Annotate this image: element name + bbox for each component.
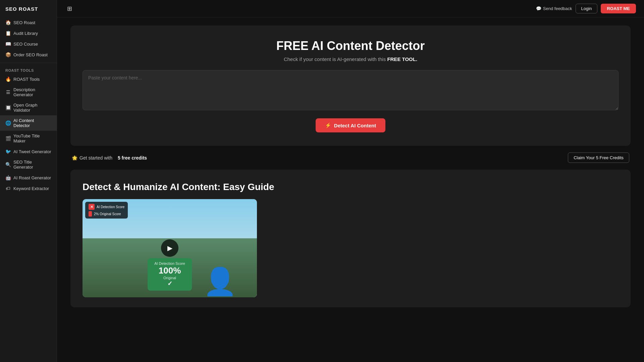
checkmark-icon: ✓: [154, 280, 185, 287]
topbar: ⊞ 💬 Send feedback Login ROAST ME: [57, 0, 644, 17]
sidebar-item-seo-course[interactable]: 📖 SEO Course: [0, 39, 57, 49]
sidebar-item-label: SEO Roast: [13, 20, 35, 25]
search-icon: 🔍: [5, 162, 11, 167]
brand-logo: SEO ROAST: [0, 5, 57, 17]
video-icon: 🎬: [5, 136, 11, 141]
send-feedback-button[interactable]: 💬 Send feedback: [536, 6, 572, 11]
home-icon: 🏠: [5, 20, 11, 25]
star-icon: 🌟: [72, 155, 77, 161]
sidebar-item-ai-roast-generator[interactable]: 🤖 AI Roast Generator: [0, 172, 57, 183]
main-area: ⊞ 💬 Send feedback Login ROAST ME FREE AI…: [57, 0, 644, 362]
tool-subtitle: Check if your content is AI-generated wi…: [83, 56, 619, 62]
sidebar-item-open-graph-validator[interactable]: 🔲 Open Graph Validator: [0, 100, 57, 115]
sidebar-item-seo-roast[interactable]: 🏠 SEO Roast: [0, 17, 57, 28]
content-input[interactable]: [83, 70, 619, 110]
green-sign: AI Detection Score 100% Original ✓: [148, 258, 192, 291]
lightning-icon: ⚡: [325, 122, 331, 128]
tool-card: FREE AI Content Detector Check if your c…: [70, 25, 631, 146]
play-icon: ▶: [167, 244, 172, 252]
sign-sub: Original: [154, 276, 185, 280]
sidebar-item-label: Open Graph Validator: [13, 103, 51, 113]
sign-label: AI Detection Score: [154, 261, 185, 265]
feedback-label: Send feedback: [543, 6, 572, 11]
roastme-button[interactable]: ROAST ME: [601, 4, 636, 13]
video-thumbnail[interactable]: ✕ AI Detection Score 2% Original Score A…: [83, 199, 257, 297]
main-nav: 🏠 SEO Roast 📋 Audit Library 📖 SEO Course…: [0, 17, 57, 60]
topbar-left: ⊞: [65, 4, 74, 14]
sidebar-item-order-seo-roast[interactable]: 📦 Order SEO Roast: [0, 49, 57, 60]
list-icon: ☰: [5, 89, 11, 95]
topbar-right: 💬 Send feedback Login ROAST ME: [536, 4, 636, 13]
video-title: Detect & Humanize AI Content: Easy Guide: [83, 182, 619, 192]
sidebar-item-description-generator[interactable]: ☰ Description Generator: [0, 84, 57, 100]
sidebar-item-label: AI Roast Generator: [13, 175, 51, 180]
play-button[interactable]: ▶: [161, 239, 178, 257]
credits-bold: 5 free credits: [118, 155, 147, 161]
tweet-icon: 🐦: [5, 149, 11, 154]
ai-detection-label: AI Detection Score: [97, 205, 124, 209]
globe-icon: 🌐: [5, 120, 11, 126]
video-overlay-stats: ✕ AI Detection Score 2% Original Score: [85, 202, 128, 219]
sidebar-item-roast-tools[interactable]: 🔥 ROAST Tools: [0, 74, 57, 84]
orig-score-label: 2% Original Score: [94, 212, 121, 216]
sidebar-item-label: Description Generator: [13, 87, 51, 97]
sidebar-item-label: SEO Course: [13, 42, 38, 47]
credits-text: 🌟 Get started with 5 free credits: [72, 155, 147, 161]
box-icon: 📦: [5, 52, 11, 57]
sidebar-item-keyword-extractor[interactable]: 🏷 Keyword Extractor: [0, 183, 57, 194]
book-icon: 📖: [5, 41, 11, 47]
credits-banner: 🌟 Get started with 5 free credits Claim …: [70, 153, 631, 163]
sidebar-item-ai-content-detector[interactable]: 🌐 AI Content Detector: [0, 115, 57, 131]
login-button[interactable]: Login: [576, 4, 598, 13]
sidebar: SEO ROAST 🏠 SEO Roast 📋 Audit Library 📖 …: [0, 0, 57, 362]
sidebar-item-label: AI Tweet Generator: [13, 149, 51, 154]
sidebar-item-label: Order SEO Roast: [13, 52, 48, 57]
robot-icon: 🤖: [5, 175, 11, 180]
sidebar-item-label: Audit Library: [13, 31, 38, 36]
sidebar-item-youtube-title-maker[interactable]: 🎬 YouTube Title Maker: [0, 131, 57, 146]
detect-button-label: Detect AI Content: [334, 123, 376, 128]
graph-icon: 🔲: [5, 105, 11, 110]
sidebar-item-label: AI Content Detector: [13, 118, 51, 128]
sidebar-item-label: ROAST Tools: [13, 77, 40, 82]
video-person: 👤: [193, 199, 247, 297]
tools-nav: 🔥 ROAST Tools ☰ Description Generator 🔲 …: [0, 74, 57, 194]
score-bar: [89, 211, 92, 217]
detect-button[interactable]: ⚡ Detect AI Content: [316, 118, 385, 132]
sidebar-toggle-button[interactable]: ⊞: [65, 4, 74, 14]
tool-title: FREE AI Content Detector: [83, 39, 619, 53]
sidebar-item-label: SEO Title Generator: [13, 160, 51, 170]
clipboard-icon: 📋: [5, 31, 11, 36]
claim-credits-button[interactable]: Claim Your 5 Free Credits: [568, 153, 629, 163]
sidebar-item-seo-title-generator[interactable]: 🔍 SEO Title Generator: [0, 157, 57, 172]
sidebar-item-label: YouTube Title Maker: [13, 133, 51, 143]
sidebar-divider: [0, 63, 57, 63]
credits-prefix: Get started with: [79, 155, 112, 161]
sidebar-item-ai-tweet-generator[interactable]: 🐦 AI Tweet Generator: [0, 146, 57, 157]
video-card: Detect & Humanize AI Content: Easy Guide…: [70, 170, 631, 307]
tools-section-label: ROAST Tools: [0, 66, 57, 74]
content-area: FREE AI Content Detector Check if your c…: [57, 17, 644, 362]
chat-icon: 💬: [536, 6, 541, 11]
x-icon: ✕: [89, 204, 95, 210]
tag-icon: 🏷: [5, 186, 11, 191]
sidebar-item-audit-library[interactable]: 📋 Audit Library: [0, 28, 57, 39]
fire-icon: 🔥: [5, 76, 11, 82]
sign-number: 100%: [154, 265, 185, 276]
sidebar-item-label: Keyword Extractor: [13, 186, 49, 191]
